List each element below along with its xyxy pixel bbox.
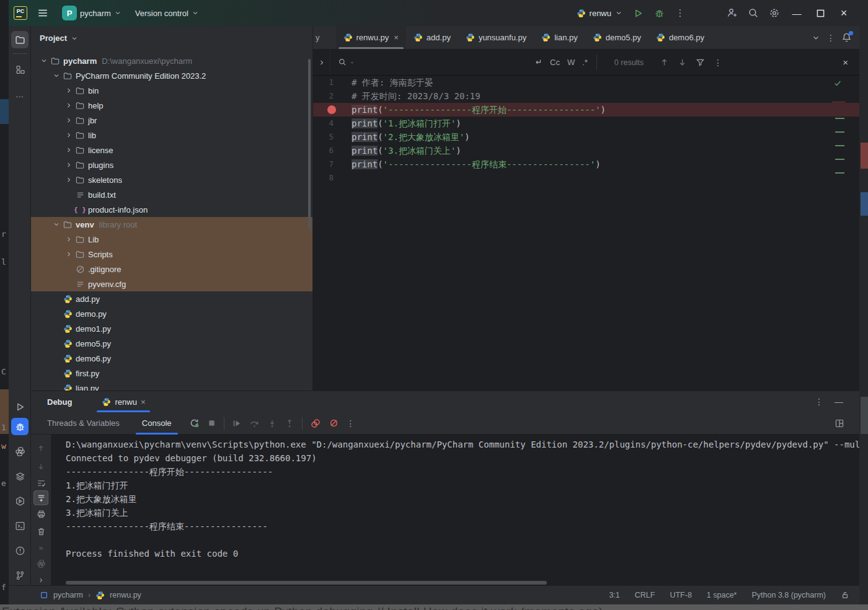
chevron-down-icon[interactable] xyxy=(51,71,62,81)
code-line-7[interactable]: 7print('----------------程序结束------------… xyxy=(313,157,859,171)
minimize-button[interactable]: — xyxy=(786,4,807,22)
scroll-to-end-icon[interactable] xyxy=(33,490,48,505)
step-over-icon[interactable] xyxy=(249,418,260,428)
code-line-1[interactable]: 1# 作者: 海南彭于晏 xyxy=(313,76,859,89)
code-line-2[interactable]: 2# 开发时间: 2023/8/3 20:19 xyxy=(313,89,859,103)
tree-item-lib[interactable]: Lib xyxy=(31,232,312,247)
breadcrumb-project[interactable]: pycharm xyxy=(53,591,83,599)
write-access-lock-icon[interactable] xyxy=(841,591,849,599)
settings-icon[interactable] xyxy=(765,4,784,22)
more-actions-icon[interactable]: ⋮ xyxy=(671,4,689,22)
run-button[interactable] xyxy=(629,4,647,22)
find-input[interactable] xyxy=(357,58,533,67)
chevron-down-icon[interactable] xyxy=(51,219,62,229)
scroll-up-icon[interactable] xyxy=(33,441,48,456)
find-more-icon[interactable]: ⋮ xyxy=(714,58,722,68)
editor-more-icon[interactable]: ⋮ xyxy=(826,33,835,43)
code-area[interactable]: 1# 作者: 海南彭于晏2# 开发时间: 2023/8/3 20:19print… xyxy=(313,76,859,391)
tree-item-bin[interactable]: bin xyxy=(31,83,312,98)
debug-tool-icon[interactable] xyxy=(11,418,29,435)
status-encoding[interactable]: UTF-8 xyxy=(670,591,691,599)
find-expand-icon[interactable] xyxy=(313,50,330,75)
print-icon[interactable] xyxy=(33,506,48,521)
layout-settings-icon[interactable] xyxy=(835,418,844,428)
tree-item-pyvenv.cfg[interactable]: pyvenv.cfg xyxy=(31,276,312,291)
project-panel-header[interactable]: Project xyxy=(31,26,312,49)
console-prompt-icon[interactable]: » xyxy=(33,540,48,555)
debug-button[interactable] xyxy=(650,4,668,22)
match-case-toggle[interactable]: Cc xyxy=(550,58,560,67)
tree-item-.gitignore[interactable]: .gitignore xyxy=(31,262,312,276)
view-breakpoints-icon[interactable] xyxy=(310,418,321,429)
chevron-right-icon[interactable] xyxy=(63,115,74,125)
find-close-icon[interactable]: × xyxy=(843,57,848,68)
chevron-right-icon[interactable] xyxy=(63,234,74,244)
scrolled-tab-fragment[interactable]: y xyxy=(313,26,325,49)
terminal-tool-icon[interactable] xyxy=(11,517,29,534)
words-toggle[interactable]: W xyxy=(567,58,575,67)
code-line-4[interactable]: 4print('1.把冰箱门打开') xyxy=(313,117,859,130)
filter-icon[interactable] xyxy=(696,58,705,67)
version-control-tool-icon[interactable] xyxy=(11,567,29,584)
debug-session-tab[interactable]: renwu × xyxy=(97,391,150,412)
tree-item-demo5.py[interactable]: demo5.py xyxy=(31,336,312,351)
search-everywhere-icon[interactable] xyxy=(744,4,763,22)
line-number[interactable]: 8 xyxy=(313,171,342,185)
breakpoint-gutter[interactable] xyxy=(313,103,342,117)
tab-list-chevron-icon[interactable] xyxy=(812,33,820,42)
chevron-right-icon[interactable] xyxy=(63,86,74,95)
tree-item-build.txt[interactable]: build.txt xyxy=(31,187,312,202)
hide-panel-icon[interactable]: — xyxy=(835,397,843,407)
main-menu-icon[interactable] xyxy=(33,4,52,22)
services-tool-icon[interactable] xyxy=(11,492,29,510)
tree-item-plugins[interactable]: plugins xyxy=(31,157,312,172)
editor-tab-renwu.py[interactable]: renwu.py× xyxy=(336,26,406,49)
tree-item-add.py[interactable]: add.py xyxy=(31,291,312,306)
tree-item-license[interactable]: license xyxy=(31,143,312,157)
next-match-icon[interactable] xyxy=(678,58,687,67)
line-number[interactable]: 7 xyxy=(313,157,342,171)
vcs-menu-button[interactable]: Version control xyxy=(131,6,203,20)
run-tool-icon[interactable] xyxy=(11,398,29,415)
code-line-6[interactable]: 6print('3.把冰箱门关上') xyxy=(313,144,859,157)
code-line-3[interactable]: print('----------------程序开始-------------… xyxy=(313,103,859,117)
chevron-down-icon[interactable] xyxy=(38,56,50,66)
debug-options-icon[interactable]: ⋮ xyxy=(815,397,823,407)
editor-tab-demo5.py[interactable]: demo5.py xyxy=(585,26,649,49)
change-mark[interactable] xyxy=(835,118,844,119)
tree-item-scripts[interactable]: Scripts xyxy=(31,247,312,262)
change-mark[interactable] xyxy=(835,172,844,174)
editor-tab-yunsuanfu.py[interactable]: yunsuanfu.py xyxy=(458,26,534,49)
editor-tab-add.py[interactable]: add.py xyxy=(406,26,458,49)
packages-tool-icon[interactable] xyxy=(11,467,29,485)
soft-wrap-icon[interactable] xyxy=(33,475,48,490)
change-mark[interactable] xyxy=(835,131,844,133)
tab-threads-variables[interactable]: Threads & Variables xyxy=(41,412,126,434)
step-out-icon[interactable] xyxy=(285,418,294,428)
close-button[interactable]: × xyxy=(833,4,854,22)
tree-item-demo.py[interactable]: demo.py xyxy=(31,306,312,321)
project-tool-icon[interactable] xyxy=(11,31,29,48)
status-line-separator[interactable]: CRLF xyxy=(635,591,655,599)
breakpoint-icon[interactable] xyxy=(327,105,336,114)
close-session-icon[interactable]: × xyxy=(141,397,146,407)
newline-toggle-icon[interactable] xyxy=(533,58,542,68)
tree-item-pycharm-community-edition-2023.2[interactable]: PyCharm Community Edition 2023.2 xyxy=(31,68,312,83)
structure-tool-icon[interactable] xyxy=(11,61,29,78)
tree-item-lib[interactable]: lib xyxy=(31,128,312,143)
console-hscrollbar[interactable] xyxy=(66,581,547,585)
breakpoint-stripe-mark[interactable] xyxy=(832,101,846,113)
maximize-button[interactable] xyxy=(810,4,831,22)
resume-icon[interactable] xyxy=(232,418,242,428)
editor-tab-lian.py[interactable]: lian.py xyxy=(534,26,585,49)
project-scrollbar[interactable] xyxy=(308,59,311,229)
chevron-right-icon[interactable] xyxy=(63,130,74,140)
status-caret-position[interactable]: 3:1 xyxy=(609,591,619,599)
chevron-right-icon[interactable] xyxy=(63,145,74,155)
change-mark[interactable] xyxy=(835,159,844,160)
mute-breakpoints-icon[interactable] xyxy=(329,418,339,428)
chevron-right-icon[interactable] xyxy=(63,160,74,170)
chevron-right-icon[interactable] xyxy=(63,175,74,185)
tree-item-lian.py[interactable]: lian.py xyxy=(31,381,312,391)
tree-item-pycharm[interactable]: pycharmD:\wanganxuexi\pycharm xyxy=(31,53,312,68)
